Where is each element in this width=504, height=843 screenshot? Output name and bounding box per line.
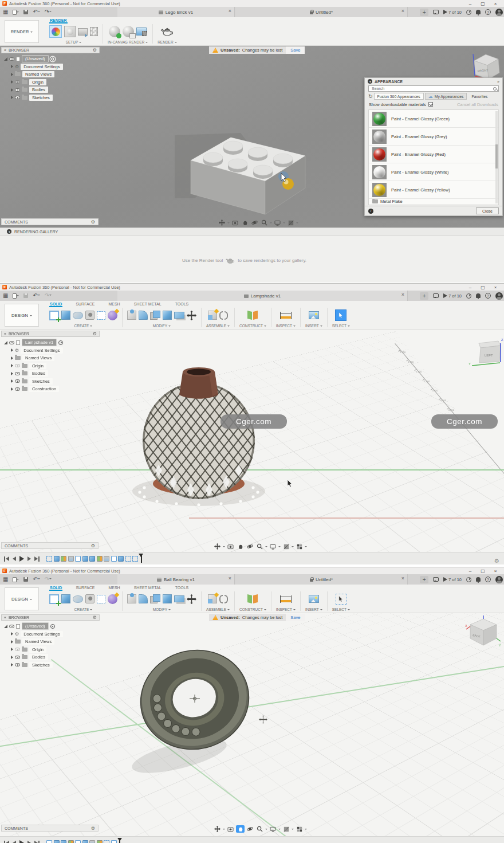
file-menu[interactable]: [13, 10, 19, 15]
undo-button[interactable]: [33, 293, 40, 299]
close-button[interactable]: ×: [489, 1, 502, 6]
activate-icon[interactable]: [50, 624, 55, 629]
visibility-eye-icon[interactable]: [15, 80, 20, 84]
visibility-eye-icon[interactable]: [9, 341, 14, 344]
timeline-feature[interactable]: [125, 556, 131, 562]
expand-icon[interactable]: [497, 80, 499, 84]
visibility-eye-icon[interactable]: [15, 372, 20, 375]
dropdown-caret[interactable]: [270, 222, 272, 225]
go-to-start-button[interactable]: [4, 556, 9, 562]
dropdown-caret[interactable]: [292, 546, 294, 548]
incanvas-render-tool[interactable]: [109, 26, 120, 37]
tree-row[interactable]: Named Views: [1, 638, 100, 646]
create-sketch-tool[interactable]: [49, 594, 59, 604]
material-row[interactable]: Paint - Enamel Glossy (Grey): [369, 128, 498, 146]
fillet-tool[interactable]: [139, 594, 148, 603]
save-link[interactable]: Save: [286, 46, 305, 54]
tree-row[interactable]: Named Views: [1, 70, 100, 79]
step-back-button[interactable]: [13, 841, 16, 843]
gear-icon[interactable]: [91, 543, 95, 548]
browser-header[interactable]: BROWSER: [1, 331, 100, 337]
disclosure-icon[interactable]: [11, 387, 13, 391]
combine-tool[interactable]: [150, 311, 160, 320]
visibility-eye-icon[interactable]: [15, 364, 20, 367]
ribbon-tab-mesh[interactable]: MESH: [108, 302, 120, 306]
tree-row[interactable]: Bodies: [1, 653, 100, 661]
group-label-select[interactable]: SELECT: [332, 607, 350, 611]
timeline-feature[interactable]: [75, 840, 81, 843]
incanvas-settings-tool[interactable]: [123, 26, 134, 37]
zoom-tool[interactable]: [260, 219, 269, 226]
minimize-button[interactable]: –: [464, 1, 477, 6]
redo-button[interactable]: [45, 293, 52, 299]
help-icon[interactable]: [485, 293, 491, 299]
timeline-feature[interactable]: [82, 556, 88, 562]
ribbon-tab-render[interactable]: RENDER: [49, 18, 68, 22]
dropdown-caret[interactable]: [305, 546, 307, 548]
user-avatar[interactable]: [495, 576, 503, 583]
scene-settings-tool[interactable]: [64, 26, 76, 37]
info-icon[interactable]: [368, 209, 373, 214]
view-cube[interactable]: LEFT Z Y: [468, 336, 504, 370]
dropdown-caret[interactable]: [296, 222, 298, 225]
offset-tool[interactable]: [174, 595, 184, 602]
document-tab-bearing[interactable]: Ball Bearing v1: [117, 574, 235, 585]
maximize-button[interactable]: ▢: [477, 568, 489, 574]
timeline-feature[interactable]: [132, 556, 138, 562]
notifications-icon[interactable]: [476, 577, 481, 582]
shell-tool[interactable]: [163, 594, 172, 603]
timeline-feature[interactable]: [97, 556, 103, 562]
box-tool[interactable]: [61, 594, 70, 603]
group-label-insert[interactable]: INSERT: [305, 607, 322, 611]
visibility-eye-icon[interactable]: [15, 96, 20, 99]
ribbon-tab-solid[interactable]: SOLID: [49, 586, 62, 590]
disclosure-icon[interactable]: [4, 625, 7, 628]
mesh-tool[interactable]: [97, 311, 105, 320]
rendering-gallery-header[interactable]: RENDERING GALLERY: [0, 228, 504, 236]
zoom-tool[interactable]: [255, 543, 264, 550]
effects-tool[interactable]: [282, 543, 290, 550]
group-label-inspect[interactable]: INSPECT: [276, 324, 296, 328]
go-to-start-button[interactable]: [4, 841, 9, 843]
collapse-icon[interactable]: [7, 229, 11, 234]
maximize-button[interactable]: ▢: [477, 285, 489, 290]
group-label-modify[interactable]: MODIFY: [153, 324, 171, 328]
dropdown-caret[interactable]: [283, 222, 285, 225]
joint-tool[interactable]: [219, 311, 228, 320]
save-icon[interactable]: [23, 293, 28, 298]
pan-hand-tool-active[interactable]: [236, 825, 245, 833]
visibility-eye-icon[interactable]: [15, 387, 20, 391]
close-button[interactable]: ×: [489, 285, 502, 290]
minimize-button[interactable]: –: [464, 568, 477, 574]
create-sketch-tool[interactable]: [49, 311, 59, 320]
tree-root-row[interactable]: Lampshade v1: [1, 339, 100, 347]
ribbon-tab-surface[interactable]: SURFACE: [75, 586, 95, 590]
visibility-eye-icon[interactable]: [15, 648, 20, 651]
hole-tool[interactable]: [85, 594, 94, 603]
primitive-tool[interactable]: [108, 311, 117, 320]
disclosure-icon[interactable]: [11, 356, 13, 360]
disclosure-icon[interactable]: [4, 57, 7, 61]
notifications-icon[interactable]: [476, 10, 481, 14]
move-tool[interactable]: [187, 311, 196, 320]
texture-tool[interactable]: [90, 27, 98, 36]
ribbon-tab-tools[interactable]: TOOLS: [175, 586, 190, 590]
lego-brick-model[interactable]: [175, 131, 315, 224]
display-settings-tool[interactable]: [269, 825, 277, 833]
step-forward-button[interactable]: [27, 841, 31, 843]
job-status[interactable]: 7 of 10: [443, 10, 462, 15]
dropdown-caret[interactable]: [292, 829, 294, 831]
timeline-marker[interactable]: [119, 839, 120, 843]
go-to-end-button[interactable]: [34, 556, 40, 562]
gear-icon[interactable]: [91, 826, 95, 831]
view-cube[interactable]: BACK X Y: [465, 614, 502, 650]
ribbon-tab-solid[interactable]: SOLID: [49, 302, 62, 306]
help-icon[interactable]: [485, 9, 491, 15]
select-tool-active[interactable]: [335, 309, 346, 321]
disclosure-icon[interactable]: [11, 656, 13, 659]
timeline-feature[interactable]: [46, 556, 52, 562]
document-tab-lego[interactable]: Lego Brick v1: [117, 7, 235, 17]
measure-tool[interactable]: [280, 312, 292, 319]
teapot-render-icon[interactable]: [160, 26, 175, 37]
timeline-feature[interactable]: [89, 556, 95, 562]
